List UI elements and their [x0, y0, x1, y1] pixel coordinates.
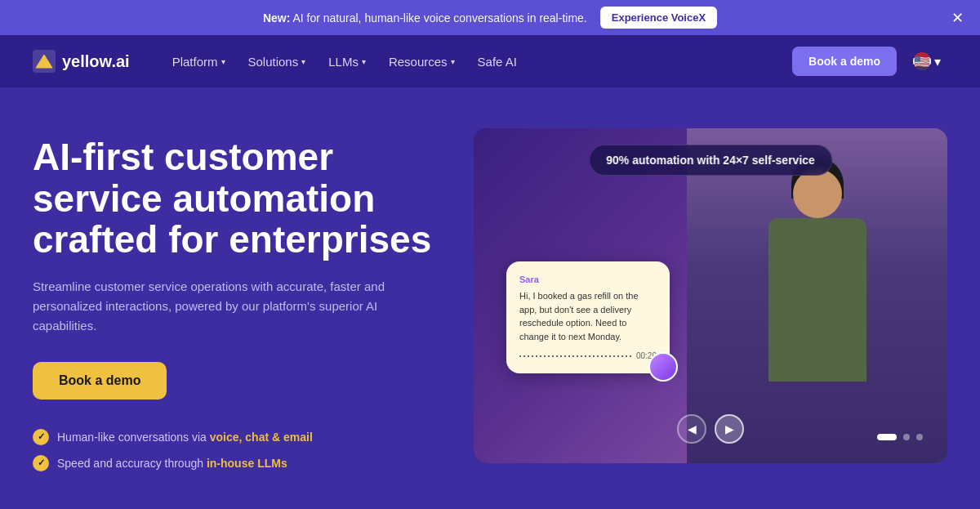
feature-highlight-0[interactable]: voice, chat & email	[210, 431, 313, 444]
language-selector[interactable]: 🇺🇸 ▾	[906, 49, 947, 74]
nav-label-platform: Platform	[172, 55, 218, 69]
hero-left: AI-first customer service automation cra…	[33, 128, 441, 471]
announcement-prefix: New:	[263, 11, 290, 25]
nav-item-platform[interactable]: Platform ▾	[163, 48, 235, 75]
feature-prefix-0: Human-like conversations via	[57, 431, 210, 444]
announcement-body: AI for natural, human-like voice convers…	[292, 11, 586, 25]
chat-sender-name: Sara	[519, 275, 657, 284]
chevron-down-icon: ▾	[362, 57, 366, 66]
nav-label-safe-ai: Safe AI	[478, 55, 517, 69]
nav-label-solutions: Solutions	[248, 55, 299, 69]
person-head	[793, 169, 842, 218]
book-demo-hero-button[interactable]: Book a demo	[33, 362, 167, 400]
header: yellow.ai Platform ▾ Solutions ▾ LLMs ▾ …	[0, 35, 980, 87]
person-image	[687, 128, 947, 463]
person-body	[768, 218, 866, 382]
chevron-down-icon: ▾	[301, 57, 305, 66]
hero-subtitle: Streamline customer service operations w…	[33, 277, 392, 336]
chevron-down-icon: ▾	[451, 57, 455, 66]
slide-dots	[877, 434, 923, 440]
feature-list: ✓ Human-like conversations via voice, ch…	[33, 429, 441, 471]
nav-item-llms[interactable]: LLMs ▾	[318, 48, 376, 75]
nav-right: Book a demo 🇺🇸 ▾	[792, 47, 947, 76]
flag-icon: 🇺🇸	[913, 52, 931, 70]
audio-waveform	[519, 355, 631, 357]
feature-text-llms: Speed and accuracy through in-house LLMs	[57, 457, 287, 470]
nav-item-safe-ai[interactable]: Safe AI	[468, 48, 527, 75]
nav-item-solutions[interactable]: Solutions ▾	[238, 48, 316, 75]
feature-item-conversations: ✓ Human-like conversations via voice, ch…	[33, 429, 441, 445]
main-nav: Platform ▾ Solutions ▾ LLMs ▾ Resources …	[163, 48, 760, 75]
feature-prefix-1: Speed and accuracy through	[57, 457, 207, 470]
nav-item-resources[interactable]: Resources ▾	[379, 48, 465, 75]
slide-dot-2[interactable]	[903, 434, 910, 440]
automation-badge: 90% automation with 24×7 self-service	[589, 145, 832, 176]
chevron-down-icon: ▾	[221, 57, 225, 66]
nav-label-llms: LLMs	[328, 55, 359, 69]
experience-voicex-button[interactable]: Experience VoiceX	[600, 7, 717, 29]
announcement-close-button[interactable]: ✕	[951, 11, 964, 25]
check-icon: ✓	[33, 429, 49, 445]
hero-title: AI-first customer service automation cra…	[33, 136, 441, 261]
feature-highlight-1[interactable]: in-house LLMs	[207, 457, 287, 470]
announcement-bar: New: AI for natural, human-like voice co…	[0, 0, 980, 35]
prev-slide-button[interactable]: ◀	[677, 414, 706, 444]
slide-dot-1[interactable]	[877, 434, 897, 440]
check-icon: ✓	[33, 455, 49, 471]
feature-item-llms: ✓ Speed and accuracy through in-house LL…	[33, 455, 441, 471]
logo-text: yellow.ai	[62, 52, 130, 71]
chat-audio-player: 00:20	[519, 351, 657, 360]
chat-avatar	[648, 352, 678, 382]
logo[interactable]: yellow.ai	[33, 50, 130, 73]
chat-message: Hi, I booked a gas refill on the app, bu…	[519, 289, 657, 343]
next-slide-button[interactable]: ▶	[715, 414, 744, 444]
slide-dot-3[interactable]	[916, 434, 923, 440]
chat-bubble: Sara Hi, I booked a gas refill on the ap…	[506, 261, 670, 373]
chevron-down-icon: ▾	[934, 54, 941, 69]
main-content: AI-first customer service automation cra…	[0, 87, 980, 509]
logo-icon	[33, 50, 56, 73]
slide-nav-arrows: ◀ ▶	[677, 414, 744, 444]
nav-label-resources: Resources	[389, 55, 448, 69]
book-demo-header-button[interactable]: Book a demo	[792, 47, 897, 76]
announcement-text: New: AI for natural, human-like voice co…	[263, 11, 587, 25]
hero-image-card: 90% automation with 24×7 self-service Sa…	[474, 128, 947, 463]
feature-text-conversations: Human-like conversations via voice, chat…	[57, 431, 313, 444]
